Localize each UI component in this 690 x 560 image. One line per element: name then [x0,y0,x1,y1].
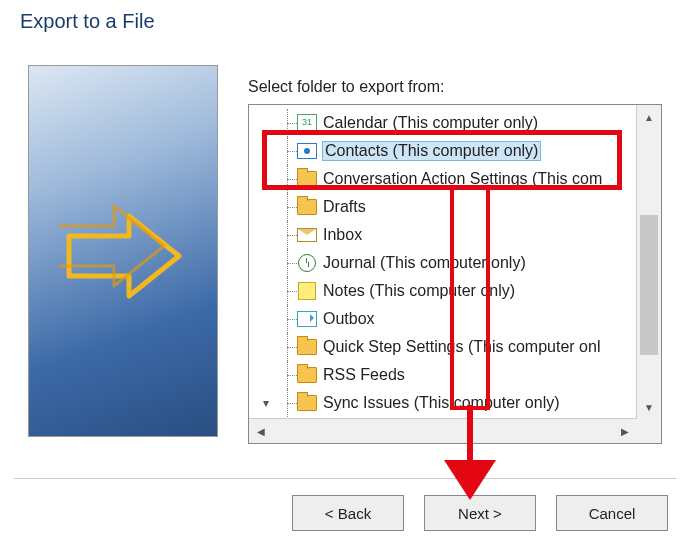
journal-icon [298,254,316,272]
scroll-down-icon[interactable]: ▼ [637,395,661,419]
tree-item-label: Inbox [323,226,362,244]
tree-item-label: Outbox [323,310,375,328]
folder-icon [297,395,317,411]
scroll-up-icon[interactable]: ▲ [637,105,661,129]
folder-tree-viewport[interactable]: 31Calendar (This computer only)Contacts … [249,105,637,419]
folder-icon [297,367,317,383]
button-row: < Back Next > Cancel [292,495,668,531]
contacts-icon [297,143,317,159]
separator [14,478,676,479]
tree-branch [281,333,295,361]
tree-item-label: Journal (This computer only) [323,254,526,272]
export-dialog: Export to a File Select folder to export… [0,0,690,560]
tree-item[interactable]: 31Calendar (This computer only) [253,109,637,137]
tree-item-label: Drafts [323,198,366,216]
tree-item-label: Calendar (This computer only) [323,114,538,132]
tree-branch [281,249,295,277]
tree-branch [281,389,295,417]
select-folder-label: Select folder to export from: [248,78,445,96]
tree-item[interactable]: ▾Sync Issues (This computer only) [253,389,637,417]
vertical-scrollbar[interactable]: ▲ ▼ [636,105,661,419]
tree-item[interactable]: Conversation Action Settings (This com [253,165,637,193]
calendar-icon: 31 [297,114,317,132]
dialog-title: Export to a File [20,10,155,33]
tree-branch [281,193,295,221]
scroll-right-icon[interactable]: ▶ [613,419,637,443]
folder-icon [297,171,317,187]
next-button[interactable]: Next > [424,495,536,531]
tree-branch [281,137,295,165]
notes-icon [298,282,316,300]
tree-branch [281,221,295,249]
arrow-graphic-icon [59,186,199,326]
tree-branch [281,277,295,305]
tree-item-label: Conversation Action Settings (This com [323,170,602,188]
scroll-thumb[interactable] [640,215,658,355]
tree-item-label: Sync Issues (This computer only) [323,394,560,412]
tree-item[interactable]: Notes (This computer only) [253,277,637,305]
tree-item[interactable]: Contacts (This computer only) [253,137,637,165]
tree-item-label: Notes (This computer only) [323,282,515,300]
folder-icon [297,199,317,215]
scroll-left-icon[interactable]: ◀ [249,419,273,443]
back-button[interactable]: < Back [292,495,404,531]
tree-item[interactable]: Drafts [253,193,637,221]
tree-branch [281,165,295,193]
tree-branch [281,305,295,333]
tree-item[interactable]: Inbox [253,221,637,249]
scroll-corner [637,419,661,443]
tree-branch [281,109,295,137]
expander-icon[interactable]: ▾ [263,396,269,410]
tree-item[interactable]: Outbox [253,305,637,333]
tree-item[interactable]: Quick Step Settings (This computer onl [253,333,637,361]
tree-branch [281,361,295,389]
tree-item[interactable]: Journal (This computer only) [253,249,637,277]
tree-item-label: Quick Step Settings (This computer onl [323,338,600,356]
tree-item-label: Contacts (This computer only) [323,142,540,160]
svg-marker-1 [444,460,496,500]
folder-tree: 31Calendar (This computer only)Contacts … [248,104,662,444]
tree-item[interactable]: RSS Feeds [253,361,637,389]
outbox-icon [297,311,317,327]
wizard-graphic [28,65,218,437]
folder-icon [297,339,317,355]
inbox-icon [297,228,317,242]
tree-item-label: RSS Feeds [323,366,405,384]
horizontal-scrollbar[interactable]: ◀ ▶ [249,418,637,443]
cancel-button[interactable]: Cancel [556,495,668,531]
